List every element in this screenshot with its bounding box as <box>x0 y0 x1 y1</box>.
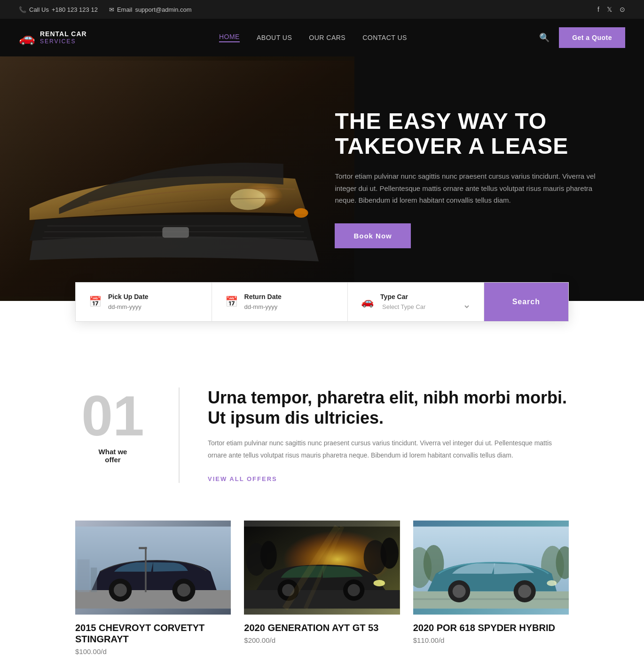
car-name-3: 2020 POR 618 SPYDER HYBRID <box>413 622 569 633</box>
phone-label: Call Us <box>29 6 49 13</box>
email-address: support@admin.com <box>135 6 191 13</box>
car-price-3: $110.00/d <box>413 636 569 644</box>
book-now-button[interactable]: Book Now <box>335 223 410 248</box>
logo-icon: 🚗 <box>19 30 35 46</box>
offer-label: What we offer <box>75 448 150 464</box>
svg-point-22 <box>374 580 385 586</box>
offer-section: 01 What we offer Urna tempor, pharetra e… <box>0 359 644 511</box>
hero-description: Tortor etiam pulvinar nunc sagittis nunc… <box>335 170 606 206</box>
email-label: Email <box>117 6 133 13</box>
svg-point-2 <box>230 189 266 210</box>
logo-line2: SERVICES <box>40 38 87 45</box>
car-1-svg <box>75 521 231 615</box>
cars-grid: 2015 CHEVROYT CORVETYT STINGRAYT $100.00… <box>75 521 569 663</box>
social-links: f 𝕏 ⊙ <box>597 6 625 13</box>
hero-content: THE EASY WAY TO TAKEOVER A LEASE Tortor … <box>316 90 625 267</box>
car-image-1 <box>75 521 231 615</box>
return-date-input[interactable] <box>244 303 335 310</box>
svg-point-8 <box>114 584 127 597</box>
hero-car-svg <box>0 56 354 301</box>
navbar: 🚗 RENTAL CAR SERVICES HOME ABOUT US OUR … <box>0 19 644 56</box>
booking-bar: 📅 Pick Up Date 📅 Return Date 🚗 Type Car … <box>75 282 569 322</box>
svg-rect-3 <box>162 227 189 238</box>
car-name-2: 2020 GENERATION AYT GT 53 <box>244 622 400 633</box>
car-card-1: 2015 CHEVROYT CORVETYT STINGRAYT $100.00… <box>75 521 231 663</box>
car-card-3: 2020 POR 618 SPYDER HYBRID $110.00/d <box>413 521 569 663</box>
car-info-1: 2015 CHEVROYT CORVETYT STINGRAYT $100.00… <box>75 615 231 663</box>
pickup-label: Pick Up Date <box>108 293 198 300</box>
email-item: ✉ Email support@admin.com <box>109 6 192 13</box>
type-label: Type Car <box>380 293 471 300</box>
offer-number-column: 01 What we offer <box>75 387 150 464</box>
pickup-date-input[interactable] <box>108 303 198 310</box>
instagram-icon[interactable]: ⊙ <box>620 6 625 13</box>
hero-section: THE EASY WAY TO TAKEOVER A LEASE Tortor … <box>0 56 644 301</box>
car-card-2: 2020 GENERATION AYT GT 53 $200.00/d <box>244 521 400 663</box>
nav-about[interactable]: ABOUT US <box>257 34 292 41</box>
phone-number: +180 123 123 12 <box>52 6 98 13</box>
logo-line1: RENTAL CAR <box>40 30 87 38</box>
offer-title: Urna tempor, pharetra elit, nibh morbi m… <box>208 387 569 428</box>
offer-content: Urna tempor, pharetra elit, nibh morbi m… <box>208 387 569 483</box>
svg-rect-13 <box>145 547 146 592</box>
phone-item: 📞 Call Us +180 123 123 12 <box>19 6 98 13</box>
svg-point-10 <box>177 584 190 597</box>
svg-rect-6 <box>75 590 231 608</box>
hero-title: THE EASY WAY TO TAKEOVER A LEASE <box>335 109 606 159</box>
view-all-link[interactable]: VIEW ALL OFFERS <box>208 475 277 482</box>
pickup-content: Pick Up Date <box>108 293 198 311</box>
svg-point-18 <box>260 541 277 569</box>
calendar-icon-pickup: 📅 <box>89 296 102 308</box>
car-name-1: 2015 CHEVROYT CORVETYT STINGRAYT <box>75 622 231 645</box>
get-quote-button[interactable]: Get a Quote <box>559 27 625 48</box>
offer-number: 01 <box>75 387 150 444</box>
svg-point-26 <box>348 584 360 596</box>
car-info-3: 2020 POR 618 SPYDER HYBRID $110.00/d <box>413 615 569 652</box>
offer-description: Tortor etiam pulvinar nunc sagittis nunc… <box>208 437 569 461</box>
offer-divider <box>179 387 180 483</box>
pickup-field: 📅 Pick Up Date <box>76 283 212 321</box>
search-button[interactable]: Search <box>484 283 568 321</box>
email-icon: ✉ <box>109 6 114 13</box>
nav-links: HOME ABOUT US OUR CARS CONTACT US <box>219 33 407 42</box>
car-price-2: $200.00/d <box>244 636 400 644</box>
facebook-icon[interactable]: f <box>597 6 599 13</box>
svg-point-37 <box>452 584 465 598</box>
type-content: Type Car Select Type Car Sedan SUV Sport… <box>380 293 471 311</box>
cars-section: 2015 CHEVROYT CORVETYT STINGRAYT $100.00… <box>0 511 644 671</box>
phone-icon: 📞 <box>19 6 26 13</box>
hero-car-image <box>0 56 354 301</box>
spacer1 <box>0 322 644 359</box>
car-type-icon: 🚗 <box>361 296 374 308</box>
svg-point-4 <box>294 208 308 218</box>
logo[interactable]: 🚗 RENTAL CAR SERVICES <box>19 30 87 46</box>
car-type-select[interactable]: Select Type Car Sedan SUV Sports Hybrid <box>380 303 471 311</box>
car-image-2 <box>244 521 400 615</box>
car-price-1: $100.00/d <box>75 647 231 655</box>
calendar-icon-return: 📅 <box>225 296 238 308</box>
car-2-svg <box>244 521 400 615</box>
svg-point-39 <box>518 584 531 598</box>
nav-home[interactable]: HOME <box>219 33 240 42</box>
topbar: 📞 Call Us +180 123 123 12 ✉ Email suppor… <box>0 0 644 19</box>
car-image-3 <box>413 521 569 615</box>
logo-text: RENTAL CAR SERVICES <box>40 30 87 45</box>
svg-point-40 <box>547 580 557 586</box>
svg-rect-12 <box>91 568 97 592</box>
svg-rect-14 <box>139 547 147 549</box>
return-label: Return Date <box>244 293 335 300</box>
car-info-2: 2020 GENERATION AYT GT 53 $200.00/d <box>244 615 400 652</box>
topbar-contact: 📞 Call Us +180 123 123 12 ✉ Email suppor… <box>19 6 192 13</box>
svg-rect-35 <box>413 598 569 600</box>
return-field: 📅 Return Date <box>212 283 348 321</box>
svg-rect-21 <box>244 590 400 608</box>
return-content: Return Date <box>244 293 335 311</box>
search-icon-button[interactable]: 🔍 <box>539 32 550 43</box>
svg-point-20 <box>381 537 399 568</box>
nav-right: 🔍 Get a Quote <box>539 27 625 48</box>
twitter-icon[interactable]: 𝕏 <box>607 6 612 13</box>
nav-cars[interactable]: OUR CARS <box>309 34 346 41</box>
car-3-svg <box>413 521 569 615</box>
svg-rect-11 <box>77 559 89 592</box>
nav-contact[interactable]: CONTACT US <box>362 34 407 41</box>
